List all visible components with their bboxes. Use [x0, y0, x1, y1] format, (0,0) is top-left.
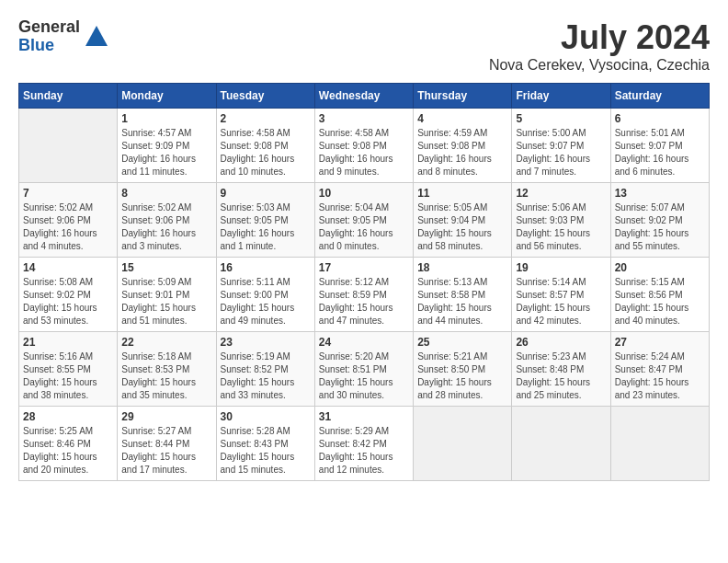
day-info: Sunrise: 5:00 AMSunset: 9:07 PMDaylight:…	[516, 127, 606, 178]
day-info: Sunrise: 5:12 AMSunset: 8:59 PMDaylight:…	[319, 276, 409, 327]
day-info: Sunrise: 5:05 AMSunset: 9:04 PMDaylight:…	[417, 201, 507, 253]
day-number: 29	[121, 410, 211, 423]
day-info: Sunrise: 4:58 AMSunset: 9:08 PMDaylight:…	[319, 127, 409, 178]
day-info: Sunrise: 5:19 AMSunset: 8:52 PMDaylight:…	[221, 350, 311, 402]
header: General Blue July 2024 Nova Cerekev, Vys…	[18, 18, 710, 74]
day-info: Sunrise: 5:01 AMSunset: 9:07 PMDaylight:…	[615, 127, 705, 178]
calendar-cell: 13Sunrise: 5:07 AMSunset: 9:02 PMDayligh…	[610, 183, 709, 258]
calendar-cell: 5Sunrise: 5:00 AMSunset: 9:07 PMDaylight…	[512, 109, 610, 183]
day-info: Sunrise: 5:13 AMSunset: 8:58 PMDaylight:…	[417, 276, 507, 327]
calendar-cell: 21Sunrise: 5:16 AMSunset: 8:55 PMDayligh…	[19, 332, 118, 407]
calendar-cell: 22Sunrise: 5:18 AMSunset: 8:53 PMDayligh…	[118, 332, 216, 407]
subtitle: Nova Cerekev, Vysocina, Czechia	[489, 57, 710, 74]
day-info: Sunrise: 5:08 AMSunset: 9:02 PMDaylight:…	[23, 276, 113, 327]
week-row-2: 14Sunrise: 5:08 AMSunset: 9:02 PMDayligh…	[19, 258, 710, 332]
calendar-cell: 12Sunrise: 5:06 AMSunset: 9:03 PMDayligh…	[512, 183, 610, 258]
calendar-cell: 26Sunrise: 5:23 AMSunset: 8:48 PMDayligh…	[512, 332, 610, 407]
svg-marker-0	[85, 26, 108, 46]
day-number: 3	[319, 112, 409, 125]
calendar-cell: 4Sunrise: 4:59 AMSunset: 9:08 PMDaylight…	[414, 109, 512, 183]
day-info: Sunrise: 5:24 AMSunset: 8:47 PMDaylight:…	[615, 350, 705, 402]
calendar-header: SundayMondayTuesdayWednesdayThursdayFrid…	[19, 84, 710, 109]
day-number: 27	[615, 336, 705, 349]
calendar-cell: 15Sunrise: 5:09 AMSunset: 9:01 PMDayligh…	[118, 258, 216, 332]
calendar-cell: 10Sunrise: 5:04 AMSunset: 9:05 PMDayligh…	[314, 183, 413, 258]
day-number: 7	[23, 187, 113, 200]
day-number: 19	[516, 261, 606, 274]
day-info: Sunrise: 5:14 AMSunset: 8:57 PMDaylight:…	[516, 276, 606, 327]
header-cell-thursday: Thursday	[414, 84, 512, 109]
calendar-cell	[414, 407, 512, 481]
calendar-cell: 11Sunrise: 5:05 AMSunset: 9:04 PMDayligh…	[414, 183, 512, 258]
day-number: 13	[615, 187, 705, 200]
day-info: Sunrise: 5:28 AMSunset: 8:43 PMDaylight:…	[221, 425, 311, 477]
day-info: Sunrise: 5:03 AMSunset: 9:05 PMDaylight:…	[221, 201, 311, 253]
day-info: Sunrise: 4:59 AMSunset: 9:08 PMDaylight:…	[417, 127, 507, 178]
day-info: Sunrise: 5:07 AMSunset: 9:02 PMDaylight:…	[615, 201, 705, 253]
calendar-cell	[610, 407, 709, 481]
header-cell-tuesday: Tuesday	[216, 84, 314, 109]
day-number: 9	[221, 187, 311, 200]
day-number: 20	[615, 261, 705, 274]
day-number: 1	[121, 112, 211, 125]
calendar-cell: 9Sunrise: 5:03 AMSunset: 9:05 PMDaylight…	[216, 183, 314, 258]
header-cell-friday: Friday	[512, 84, 610, 109]
day-info: Sunrise: 5:29 AMSunset: 8:42 PMDaylight:…	[319, 425, 409, 477]
calendar-cell: 6Sunrise: 5:01 AMSunset: 9:07 PMDaylight…	[610, 109, 709, 183]
day-number: 30	[221, 410, 311, 423]
day-number: 2	[221, 112, 311, 125]
header-row: SundayMondayTuesdayWednesdayThursdayFrid…	[19, 84, 710, 109]
calendar-cell	[19, 109, 118, 183]
day-number: 4	[417, 112, 507, 125]
title-area: July 2024 Nova Cerekev, Vysocina, Czechi…	[489, 18, 710, 74]
week-row-4: 28Sunrise: 5:25 AMSunset: 8:46 PMDayligh…	[19, 407, 710, 481]
day-number: 25	[417, 336, 507, 349]
day-info: Sunrise: 5:27 AMSunset: 8:44 PMDaylight:…	[121, 425, 211, 477]
calendar-cell: 19Sunrise: 5:14 AMSunset: 8:57 PMDayligh…	[512, 258, 610, 332]
day-info: Sunrise: 5:11 AMSunset: 9:00 PMDaylight:…	[221, 276, 311, 327]
day-number: 22	[121, 336, 211, 349]
day-number: 6	[615, 112, 705, 125]
logo: General Blue	[18, 18, 109, 55]
day-info: Sunrise: 4:57 AMSunset: 9:09 PMDaylight:…	[121, 127, 211, 178]
calendar-cell: 7Sunrise: 5:02 AMSunset: 9:06 PMDaylight…	[19, 183, 118, 258]
day-info: Sunrise: 4:58 AMSunset: 9:08 PMDaylight:…	[221, 127, 311, 178]
week-row-1: 7Sunrise: 5:02 AMSunset: 9:06 PMDaylight…	[19, 183, 710, 258]
day-number: 5	[516, 112, 606, 125]
week-row-0: 1Sunrise: 4:57 AMSunset: 9:09 PMDaylight…	[19, 109, 710, 183]
day-info: Sunrise: 5:23 AMSunset: 8:48 PMDaylight:…	[516, 350, 606, 402]
header-cell-saturday: Saturday	[610, 84, 709, 109]
header-cell-wednesday: Wednesday	[314, 84, 413, 109]
main-title: July 2024	[489, 18, 710, 57]
calendar-cell: 3Sunrise: 4:58 AMSunset: 9:08 PMDaylight…	[314, 109, 413, 183]
day-info: Sunrise: 5:25 AMSunset: 8:46 PMDaylight:…	[23, 425, 113, 477]
logo-general-text: General	[18, 18, 80, 37]
day-number: 23	[221, 336, 311, 349]
day-number: 21	[23, 336, 113, 349]
day-number: 12	[516, 187, 606, 200]
calendar-cell: 23Sunrise: 5:19 AMSunset: 8:52 PMDayligh…	[216, 332, 314, 407]
day-info: Sunrise: 5:18 AMSunset: 8:53 PMDaylight:…	[121, 350, 211, 402]
header-cell-monday: Monday	[118, 84, 216, 109]
day-number: 24	[319, 336, 409, 349]
day-number: 15	[121, 261, 211, 274]
day-info: Sunrise: 5:06 AMSunset: 9:03 PMDaylight:…	[516, 201, 606, 253]
day-number: 17	[319, 261, 409, 274]
calendar-cell: 18Sunrise: 5:13 AMSunset: 8:58 PMDayligh…	[414, 258, 512, 332]
calendar-cell: 1Sunrise: 4:57 AMSunset: 9:09 PMDaylight…	[118, 109, 216, 183]
day-number: 31	[319, 410, 409, 423]
day-number: 26	[516, 336, 606, 349]
day-number: 8	[121, 187, 211, 200]
week-row-3: 21Sunrise: 5:16 AMSunset: 8:55 PMDayligh…	[19, 332, 710, 407]
calendar-cell: 14Sunrise: 5:08 AMSunset: 9:02 PMDayligh…	[19, 258, 118, 332]
calendar-cell: 24Sunrise: 5:20 AMSunset: 8:51 PMDayligh…	[314, 332, 413, 407]
day-info: Sunrise: 5:04 AMSunset: 9:05 PMDaylight:…	[319, 201, 409, 253]
day-number: 11	[417, 187, 507, 200]
calendar-cell: 31Sunrise: 5:29 AMSunset: 8:42 PMDayligh…	[314, 407, 413, 481]
day-number: 28	[23, 410, 113, 423]
calendar-cell: 2Sunrise: 4:58 AMSunset: 9:08 PMDaylight…	[216, 109, 314, 183]
day-number: 16	[221, 261, 311, 274]
day-number: 14	[23, 261, 113, 274]
day-info: Sunrise: 5:02 AMSunset: 9:06 PMDaylight:…	[23, 201, 113, 253]
day-info: Sunrise: 5:09 AMSunset: 9:01 PMDaylight:…	[121, 276, 211, 327]
